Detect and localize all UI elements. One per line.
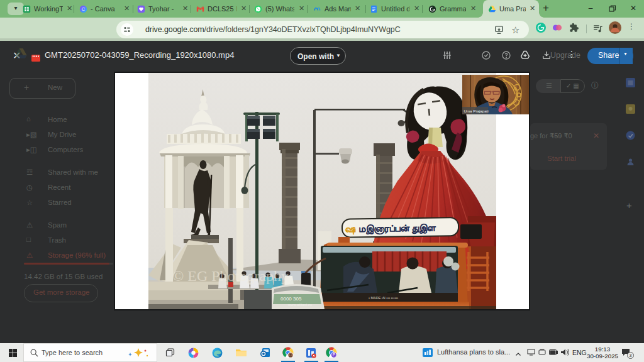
svg-text:0000 305: 0000 305 [280, 296, 302, 302]
svg-text:www.atitaxi.co: www.atitaxi.co [287, 303, 313, 307]
svg-text:• MADE •N ••• ••••••: • MADE •N ••• •••••• [369, 296, 398, 300]
svg-text:© EG Photography: © EG Photography [172, 268, 289, 284]
svg-text:C: C [82, 6, 85, 12]
svg-text:Uma Prajapati: Uma Prajapati [464, 109, 489, 113]
svg-text:ஷం: ஷం [345, 223, 356, 234]
svg-text:P: P [333, 353, 335, 357]
